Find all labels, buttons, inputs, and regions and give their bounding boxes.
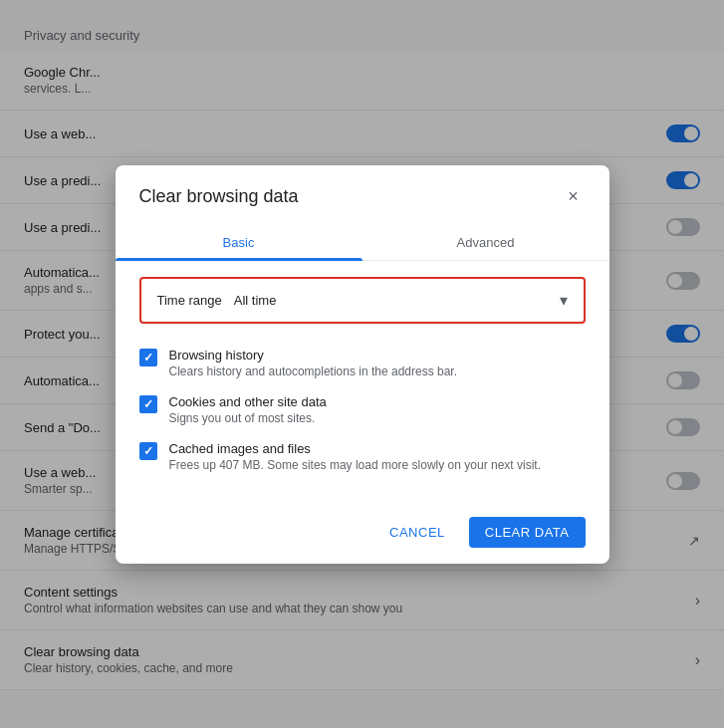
clear-data-button[interactable]: CLEAR DATA [469, 517, 586, 548]
tab-advanced[interactable]: Advanced [362, 225, 609, 260]
dropdown-arrow-icon: ▾ [560, 291, 568, 310]
time-range-box: Time range All time ▾ [139, 277, 586, 324]
dialog-tabs: Basic Advanced [116, 225, 609, 261]
checkbox-browsing-history[interactable]: Browsing history Clears history and auto… [139, 340, 586, 386]
dialog-header: Clear browsing data × [116, 165, 609, 209]
tab-basic[interactable]: Basic [116, 225, 362, 260]
checkbox-desc: Frees up 407 MB. Some sites may load mor… [169, 458, 586, 472]
checkbox-label: Cookies and other site data [169, 394, 586, 409]
modal-overlay: Clear browsing data × Basic Advanced Tim… [0, 0, 724, 728]
dialog-content: Time range All time ▾ Browsing history C… [116, 261, 609, 501]
checkbox-desc: Signs you out of most sites. [169, 411, 586, 425]
dialog-footer: CANCEL CLEAR DATA [116, 501, 609, 564]
time-range-select[interactable]: All time ▾ [234, 291, 568, 310]
time-range-label: Time range [157, 293, 222, 308]
checkbox-cookies[interactable]: Cookies and other site data Signs you ou… [139, 386, 586, 433]
dialog-title: Clear browsing data [139, 186, 562, 207]
time-range-value: All time [234, 293, 277, 308]
checkbox-icon [139, 349, 157, 366]
checkbox-label: Browsing history [169, 348, 586, 363]
clear-browsing-data-dialog: Clear browsing data × Basic Advanced Tim… [116, 165, 609, 564]
cancel-button[interactable]: CANCEL [373, 517, 461, 548]
checkbox-label: Cached images and files [169, 441, 586, 456]
checkbox-icon [139, 442, 157, 460]
checkbox-icon [139, 395, 157, 413]
checkbox-desc: Clears history and autocompletions in th… [169, 364, 586, 378]
checkbox-cached-images[interactable]: Cached images and files Frees up 407 MB.… [139, 433, 586, 480]
close-button[interactable]: × [562, 185, 586, 209]
